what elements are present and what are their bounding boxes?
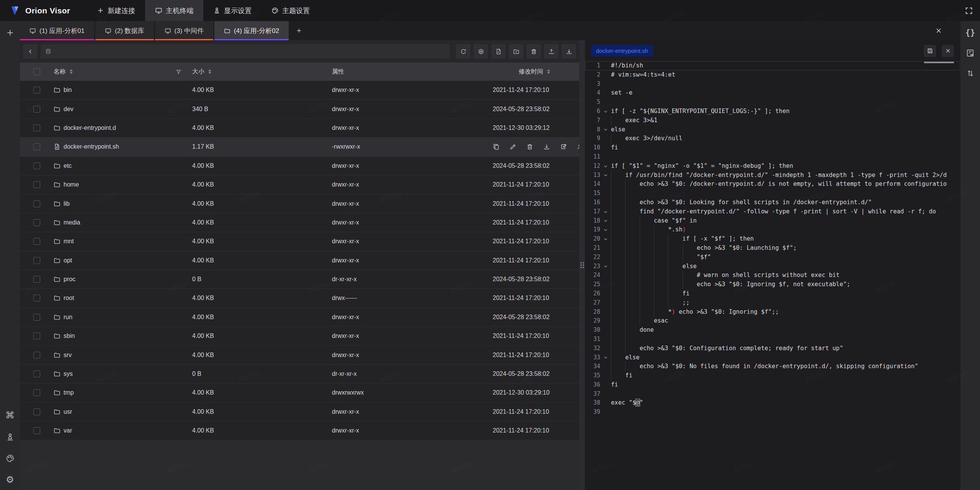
- move-action-button[interactable]: [560, 143, 567, 150]
- close-editor-button[interactable]: [942, 45, 954, 57]
- new-connection-button[interactable]: [5, 28, 15, 37]
- file-row[interactable]: proc0 Bdr-xr-xr-x2024-05-28 23:58:02: [20, 270, 579, 289]
- file-name-cell[interactable]: usr: [54, 408, 192, 415]
- file-row[interactable]: usr4.00 KBdrwxr-xr-x2021-11-24 17:20:10: [20, 403, 579, 421]
- file-row[interactable]: mnt4.00 KBdrwxr-xr-x2021-11-24 17:20:10: [20, 232, 579, 251]
- fold-toggle[interactable]: [600, 125, 611, 134]
- fold-toggle[interactable]: [600, 207, 611, 216]
- preview-button[interactable]: [474, 44, 488, 59]
- file-name-cell[interactable]: srv: [54, 352, 192, 359]
- filter-icon[interactable]: [176, 69, 181, 75]
- file-row[interactable]: srv4.00 KBdrwxr-xr-x2021-11-24 17:20:10: [20, 346, 579, 364]
- sort-control[interactable]: [70, 69, 73, 74]
- file-name-cell[interactable]: media: [54, 219, 192, 226]
- row-checkbox[interactable]: [33, 333, 40, 339]
- file-row[interactable]: root4.00 KBdrwx------2021-11-24 17:20:10: [20, 289, 579, 308]
- terminal-tab-3[interactable]: (3) 中间件: [155, 21, 214, 40]
- file-name-cell[interactable]: var: [54, 427, 192, 434]
- download-action-button[interactable]: [543, 143, 550, 150]
- file-name-cell[interactable]: home: [54, 181, 192, 188]
- row-checkbox[interactable]: [33, 352, 40, 359]
- nav-item-2[interactable]: 主机终端: [145, 0, 203, 21]
- file-name-cell[interactable]: opt: [54, 257, 192, 264]
- fold-toggle[interactable]: [600, 107, 611, 116]
- palette-button[interactable]: [5, 454, 15, 463]
- create-folder-button[interactable]: [509, 44, 523, 59]
- row-checkbox[interactable]: [33, 125, 40, 131]
- brand[interactable]: Orion Visor: [10, 0, 70, 21]
- gear-button[interactable]: ⚙: [5, 475, 15, 484]
- column-header-name[interactable]: 名称: [54, 68, 192, 76]
- file-name-cell[interactable]: root: [54, 295, 192, 302]
- file-row[interactable]: docker-entrypoint.d4.00 KBdrwxr-xr-x2021…: [20, 119, 579, 138]
- row-checkbox[interactable]: [33, 162, 40, 169]
- fold-toggle[interactable]: [600, 225, 611, 234]
- sort-control[interactable]: [208, 69, 211, 74]
- nav-item-4[interactable]: 主题设置: [261, 0, 320, 21]
- fullscreen-button[interactable]: [958, 0, 980, 21]
- file-name-cell[interactable]: etc: [54, 162, 192, 169]
- row-checkbox[interactable]: [33, 143, 40, 150]
- braces-button[interactable]: {}: [966, 28, 975, 37]
- row-checkbox[interactable]: [33, 408, 40, 415]
- add-tab-button[interactable]: [290, 21, 308, 40]
- swap-vertical-button[interactable]: [966, 69, 975, 78]
- column-header-mtime[interactable]: 修改时间: [474, 68, 579, 76]
- row-checkbox[interactable]: [33, 219, 40, 226]
- row-checkbox[interactable]: [33, 238, 40, 245]
- file-row[interactable]: run4.00 KBdrwxr-xr-x2024-05-28 23:58:02: [20, 308, 579, 327]
- fold-toggle[interactable]: [600, 162, 611, 171]
- terminal-tab-4[interactable]: (4) 应用-分析02: [214, 21, 289, 40]
- file-row[interactable]: opt4.00 KBdrwxr-xr-x2021-11-24 17:20:10: [20, 251, 579, 270]
- file-row[interactable]: sbin4.00 KBdrwxr-xr-x2021-11-24 17:20:10: [20, 327, 579, 346]
- file-row[interactable]: bin4.00 KBdrwxr-xr-x2021-11-24 17:20:10: [20, 81, 579, 100]
- copy-action-button[interactable]: [493, 143, 500, 150]
- save-button[interactable]: [924, 45, 936, 57]
- back-button[interactable]: [23, 44, 38, 59]
- row-checkbox[interactable]: [33, 295, 40, 302]
- path-input[interactable]: [41, 44, 450, 59]
- file-name-cell[interactable]: docker-entrypoint.d: [54, 125, 192, 131]
- delete-action-button[interactable]: [526, 143, 533, 150]
- sort-control[interactable]: [547, 69, 550, 74]
- file-name-cell[interactable]: tmp: [54, 389, 192, 396]
- row-checkbox[interactable]: [33, 389, 40, 396]
- file-row[interactable]: tmp4.00 KBdrwxrwxrwx2021-12-30 03:29:10: [20, 383, 579, 402]
- fold-toggle[interactable]: [600, 216, 611, 226]
- create-file-button[interactable]: [491, 44, 506, 59]
- row-checkbox[interactable]: [33, 87, 40, 93]
- file-name-cell[interactable]: sbin: [54, 333, 192, 339]
- fold-toggle[interactable]: [600, 171, 611, 180]
- row-checkbox[interactable]: [33, 370, 40, 377]
- column-header-size[interactable]: 大小: [192, 68, 332, 76]
- nav-item-1[interactable]: 新建连接: [87, 0, 145, 21]
- editor-scrollbar-thumb[interactable]: [924, 62, 954, 63]
- code-editor[interactable]: 1#!/bin/sh2# vim:sw=4:ts=4:et34set -e56i…: [585, 61, 960, 490]
- row-checkbox[interactable]: [33, 200, 40, 207]
- terminal-tab-2[interactable]: (2) 数据库: [95, 21, 154, 40]
- refresh-button[interactable]: [456, 44, 470, 59]
- row-checkbox[interactable]: [33, 257, 40, 264]
- file-name-cell[interactable]: dev: [54, 106, 192, 113]
- file-bookmark-button[interactable]: [966, 48, 975, 57]
- file-name-cell[interactable]: docker-entrypoint.sh: [54, 143, 192, 150]
- row-checkbox[interactable]: [33, 106, 40, 113]
- fold-toggle[interactable]: [600, 353, 611, 362]
- select-all-checkbox[interactable]: [33, 68, 40, 75]
- file-name-cell[interactable]: sys: [54, 370, 192, 377]
- file-row[interactable]: lib4.00 KBdrwxr-xr-x2021-11-24 17:20:10: [20, 194, 579, 213]
- edit-action-button[interactable]: [510, 143, 516, 150]
- file-row[interactable]: var4.00 KBdrwxr-xr-x2021-11-24 17:20:10: [20, 421, 579, 440]
- file-row[interactable]: home4.00 KBdrwxr-xr-x2021-11-24 17:20:10: [20, 175, 579, 194]
- terminal-tab-1[interactable]: (1) 应用-分析01: [20, 21, 94, 40]
- row-checkbox[interactable]: [33, 427, 40, 434]
- panel-resize-handle[interactable]: [579, 40, 585, 490]
- file-row[interactable]: etc4.00 KBdrwxr-xr-x2024-05-28 23:58:02: [20, 157, 579, 175]
- open-file-tag[interactable]: docker-entrypoint.sh: [591, 45, 653, 57]
- delete-button[interactable]: [526, 44, 541, 59]
- fold-toggle[interactable]: [600, 262, 611, 271]
- upload-button[interactable]: [544, 44, 559, 59]
- row-checkbox[interactable]: [33, 181, 40, 188]
- file-row[interactable]: dev340 Bdrwxr-xr-x2024-05-28 23:58:02: [20, 100, 579, 118]
- download-button[interactable]: [562, 44, 576, 59]
